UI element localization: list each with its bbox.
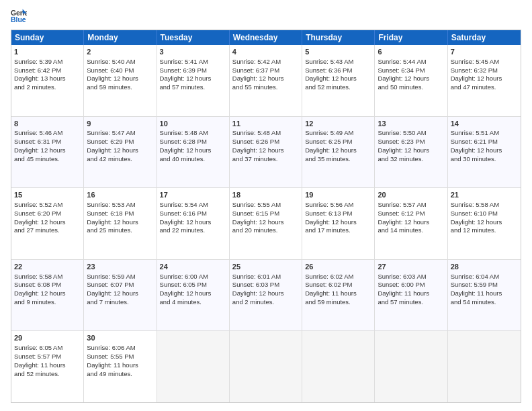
day-number: 14	[451, 119, 518, 129]
day-info: Sunrise: 5:44 AM Sunset: 6:34 PM Dayligh…	[378, 58, 444, 92]
day-number: 28	[451, 262, 518, 272]
calendar-day-cell: 20Sunrise: 5:57 AM Sunset: 6:12 PM Dayli…	[375, 188, 447, 259]
day-of-week-header: Thursday	[302, 30, 375, 45]
calendar: SundayMondayTuesdayWednesdayThursdayFrid…	[11, 30, 521, 403]
day-number: 7	[451, 47, 518, 57]
calendar-day-cell: 9Sunrise: 5:47 AM Sunset: 6:29 PM Daylig…	[84, 117, 157, 188]
day-info: Sunrise: 5:56 AM Sunset: 6:13 PM Dayligh…	[305, 201, 371, 235]
day-info: Sunrise: 5:43 AM Sunset: 6:36 PM Dayligh…	[305, 58, 371, 92]
calendar-day-cell: 16Sunrise: 5:53 AM Sunset: 6:18 PM Dayli…	[84, 188, 157, 259]
day-info: Sunrise: 5:42 AM Sunset: 6:37 PM Dayligh…	[232, 58, 299, 92]
calendar-day-cell: 25Sunrise: 6:01 AM Sunset: 6:03 PM Dayli…	[230, 260, 302, 331]
calendar-day-cell: 6Sunrise: 5:44 AM Sunset: 6:34 PM Daylig…	[375, 45, 447, 116]
calendar-day-cell: 11Sunrise: 5:48 AM Sunset: 6:26 PM Dayli…	[230, 117, 302, 188]
calendar-day-cell: 2Sunrise: 5:40 AM Sunset: 6:40 PM Daylig…	[84, 45, 157, 116]
day-info: Sunrise: 5:55 AM Sunset: 6:15 PM Dayligh…	[232, 201, 299, 235]
day-info: Sunrise: 5:45 AM Sunset: 6:32 PM Dayligh…	[451, 58, 518, 92]
day-number: 22	[14, 262, 81, 272]
calendar-week-row: 22Sunrise: 5:58 AM Sunset: 6:08 PM Dayli…	[11, 259, 521, 331]
day-number: 27	[378, 262, 444, 272]
calendar-day-cell: 24Sunrise: 6:00 AM Sunset: 6:05 PM Dayli…	[157, 260, 230, 331]
calendar-day-cell: 21Sunrise: 5:58 AM Sunset: 6:10 PM Dayli…	[448, 188, 521, 259]
calendar-day-cell: 17Sunrise: 5:54 AM Sunset: 6:16 PM Dayli…	[157, 188, 230, 259]
day-number: 15	[14, 190, 81, 200]
calendar-week-row: 8Sunrise: 5:46 AM Sunset: 6:31 PM Daylig…	[11, 116, 521, 188]
logo: General Blue	[11, 8, 27, 24]
calendar-day-cell: 3Sunrise: 5:41 AM Sunset: 6:39 PM Daylig…	[157, 45, 230, 116]
calendar-day-cell: 15Sunrise: 5:52 AM Sunset: 6:20 PM Dayli…	[11, 188, 84, 259]
calendar-header: SundayMondayTuesdayWednesdayThursdayFrid…	[11, 30, 521, 45]
empty-cell	[448, 331, 521, 402]
day-number: 20	[378, 190, 444, 200]
day-of-week-header: Tuesday	[157, 30, 230, 45]
day-info: Sunrise: 5:52 AM Sunset: 6:20 PM Dayligh…	[14, 201, 81, 235]
calendar-week-row: 29Sunrise: 6:05 AM Sunset: 5:57 PM Dayli…	[11, 330, 521, 402]
day-info: Sunrise: 5:57 AM Sunset: 6:12 PM Dayligh…	[378, 201, 444, 235]
day-info: Sunrise: 6:00 AM Sunset: 6:05 PM Dayligh…	[160, 273, 226, 307]
day-number: 4	[232, 47, 299, 57]
day-number: 9	[87, 119, 153, 129]
calendar-day-cell: 19Sunrise: 5:56 AM Sunset: 6:13 PM Dayli…	[302, 188, 375, 259]
calendar-day-cell: 30Sunrise: 6:06 AM Sunset: 5:55 PM Dayli…	[84, 331, 157, 402]
empty-cell	[230, 331, 302, 402]
day-number: 12	[305, 119, 371, 129]
calendar-body: 1Sunrise: 5:39 AM Sunset: 6:42 PM Daylig…	[11, 45, 521, 402]
day-info: Sunrise: 5:48 AM Sunset: 6:28 PM Dayligh…	[160, 129, 226, 163]
day-info: Sunrise: 6:06 AM Sunset: 5:55 PM Dayligh…	[87, 344, 153, 378]
calendar-day-cell: 29Sunrise: 6:05 AM Sunset: 5:57 PM Dayli…	[11, 331, 84, 402]
calendar-week-row: 15Sunrise: 5:52 AM Sunset: 6:20 PM Dayli…	[11, 187, 521, 259]
calendar-day-cell: 8Sunrise: 5:46 AM Sunset: 6:31 PM Daylig…	[11, 117, 84, 188]
day-number: 3	[160, 47, 226, 57]
day-info: Sunrise: 5:49 AM Sunset: 6:25 PM Dayligh…	[305, 129, 371, 163]
day-number: 29	[14, 333, 81, 343]
day-number: 26	[305, 262, 371, 272]
day-number: 18	[232, 190, 299, 200]
day-of-week-header: Sunday	[11, 30, 84, 45]
calendar-day-cell: 13Sunrise: 5:50 AM Sunset: 6:23 PM Dayli…	[375, 117, 447, 188]
calendar-day-cell: 18Sunrise: 5:55 AM Sunset: 6:15 PM Dayli…	[230, 188, 302, 259]
calendar-day-cell: 12Sunrise: 5:49 AM Sunset: 6:25 PM Dayli…	[302, 117, 375, 188]
day-number: 2	[87, 47, 153, 57]
day-info: Sunrise: 6:03 AM Sunset: 6:00 PM Dayligh…	[378, 273, 444, 307]
calendar-day-cell: 4Sunrise: 5:42 AM Sunset: 6:37 PM Daylig…	[230, 45, 302, 116]
day-number: 21	[451, 190, 518, 200]
day-info: Sunrise: 5:59 AM Sunset: 6:07 PM Dayligh…	[87, 273, 153, 307]
day-number: 24	[160, 262, 226, 272]
day-info: Sunrise: 6:01 AM Sunset: 6:03 PM Dayligh…	[232, 273, 299, 307]
day-info: Sunrise: 5:40 AM Sunset: 6:40 PM Dayligh…	[87, 58, 153, 92]
day-info: Sunrise: 5:51 AM Sunset: 6:21 PM Dayligh…	[451, 129, 518, 163]
svg-text:Blue: Blue	[11, 16, 26, 24]
day-number: 13	[378, 119, 444, 129]
day-of-week-header: Wednesday	[230, 30, 302, 45]
page: General Blue SundayMondayTuesdayWednesda…	[0, 0, 532, 411]
day-number: 25	[232, 262, 299, 272]
day-info: Sunrise: 5:46 AM Sunset: 6:31 PM Dayligh…	[14, 129, 81, 163]
calendar-day-cell: 22Sunrise: 5:58 AM Sunset: 6:08 PM Dayli…	[11, 260, 84, 331]
calendar-day-cell: 14Sunrise: 5:51 AM Sunset: 6:21 PM Dayli…	[448, 117, 521, 188]
day-info: Sunrise: 6:04 AM Sunset: 5:59 PM Dayligh…	[451, 273, 518, 307]
day-number: 19	[305, 190, 371, 200]
calendar-day-cell: 5Sunrise: 5:43 AM Sunset: 6:36 PM Daylig…	[302, 45, 375, 116]
empty-cell	[302, 331, 375, 402]
calendar-day-cell: 7Sunrise: 5:45 AM Sunset: 6:32 PM Daylig…	[448, 45, 521, 116]
day-info: Sunrise: 5:53 AM Sunset: 6:18 PM Dayligh…	[87, 201, 153, 235]
calendar-day-cell: 23Sunrise: 5:59 AM Sunset: 6:07 PM Dayli…	[84, 260, 157, 331]
header: General Blue	[11, 8, 521, 24]
day-number: 10	[160, 119, 226, 129]
day-info: Sunrise: 6:05 AM Sunset: 5:57 PM Dayligh…	[14, 344, 81, 378]
calendar-day-cell: 26Sunrise: 6:02 AM Sunset: 6:02 PM Dayli…	[302, 260, 375, 331]
day-number: 1	[14, 47, 81, 57]
day-of-week-header: Friday	[375, 30, 447, 45]
day-number: 11	[232, 119, 299, 129]
day-info: Sunrise: 5:41 AM Sunset: 6:39 PM Dayligh…	[160, 58, 226, 92]
day-info: Sunrise: 5:58 AM Sunset: 6:08 PM Dayligh…	[14, 273, 81, 307]
day-of-week-header: Saturday	[448, 30, 521, 45]
empty-cell	[157, 331, 230, 402]
day-info: Sunrise: 5:50 AM Sunset: 6:23 PM Dayligh…	[378, 129, 444, 163]
day-number: 8	[14, 119, 81, 129]
day-number: 5	[305, 47, 371, 57]
day-number: 17	[160, 190, 226, 200]
day-of-week-header: Monday	[84, 30, 157, 45]
empty-cell	[375, 331, 447, 402]
day-info: Sunrise: 5:47 AM Sunset: 6:29 PM Dayligh…	[87, 129, 153, 163]
